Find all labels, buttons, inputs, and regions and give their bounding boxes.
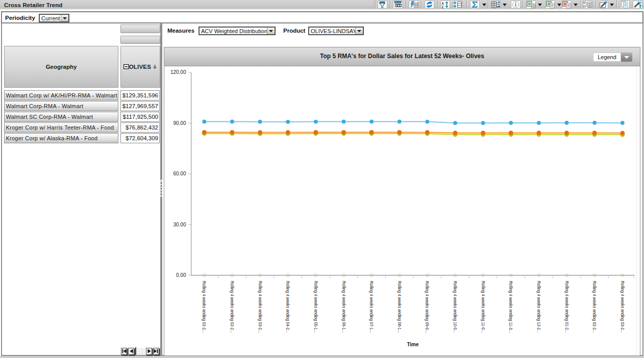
svg-text:30.00: 30.00 bbox=[173, 222, 186, 227]
svg-text:Rolling 4 weeks ending 12-2...: Rolling 4 weeks ending 12-2... bbox=[536, 281, 541, 333]
svg-text:Rolling 4 weeks ending 02-2...: Rolling 4 weeks ending 02-2... bbox=[230, 281, 235, 333]
svg-text:Rolling 4 weeks ending 11-3...: Rolling 4 weeks ending 11-3... bbox=[508, 281, 513, 333]
svg-text:Rolling 4 weeks ending 03-2...: Rolling 4 weeks ending 03-2... bbox=[620, 281, 625, 333]
svg-text:0.00: 0.00 bbox=[176, 272, 186, 278]
svg-text:Rolling 4 weeks ending 11-0...: Rolling 4 weeks ending 11-0... bbox=[481, 281, 486, 333]
svg-text:Rolling 4 weeks ending 02-2...: Rolling 4 weeks ending 02-2... bbox=[592, 281, 597, 333]
svg-text:Rolling 4 weeks ending 04-2...: Rolling 4 weeks ending 04-2... bbox=[285, 281, 290, 333]
svg-text:Rolling 4 weeks ending 06-1...: Rolling 4 weeks ending 06-1... bbox=[341, 281, 346, 333]
svg-text:Rolling 4 weeks ending 08-1...: Rolling 4 weeks ending 08-1... bbox=[397, 281, 402, 333]
svg-text:90.00: 90.00 bbox=[173, 120, 186, 126]
svg-text:Z: Z bbox=[441, 5, 444, 9]
svg-text:Rolling 4 weeks ending 02-2...: Rolling 4 weeks ending 02-2... bbox=[202, 281, 207, 333]
svg-text:Rolling 4 weeks ending 09-0...: Rolling 4 weeks ending 09-0... bbox=[425, 281, 430, 333]
svg-text:Time: Time bbox=[407, 342, 419, 347]
svg-text:Rolling 4 weeks ending 03-2...: Rolling 4 weeks ending 03-2... bbox=[258, 281, 263, 333]
svg-text:120.00: 120.00 bbox=[170, 69, 186, 75]
svg-text:Rolling 4 weeks ending 01-2...: Rolling 4 weeks ending 01-2... bbox=[564, 281, 569, 333]
svg-text:A: A bbox=[441, 2, 444, 5]
svg-text:Rolling 4 weeks ending 07-1...: Rolling 4 weeks ending 07-1... bbox=[369, 281, 374, 333]
svg-text:Rolling 4 weeks ending 10-0...: Rolling 4 weeks ending 10-0... bbox=[453, 281, 458, 333]
svg-text:60.00: 60.00 bbox=[173, 171, 186, 176]
svg-text:Rolling 4 weeks ending 05-1...: Rolling 4 weeks ending 05-1... bbox=[313, 281, 318, 333]
